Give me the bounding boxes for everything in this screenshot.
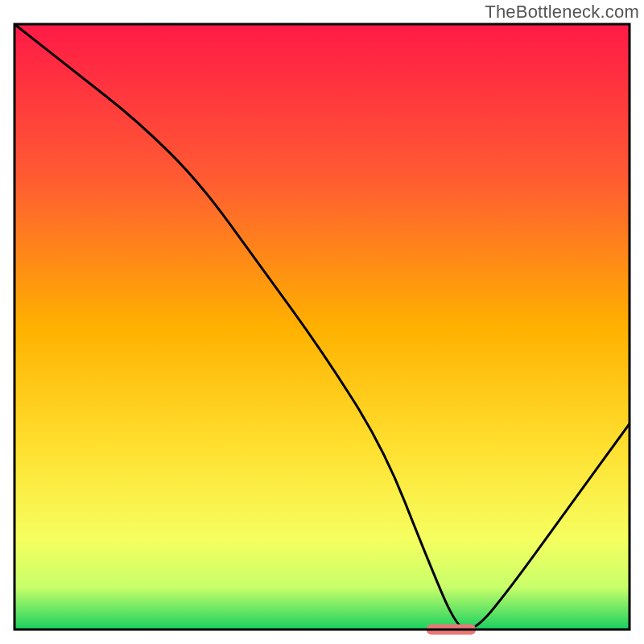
plot-background bbox=[14, 24, 630, 630]
chart-canvas bbox=[0, 0, 644, 644]
watermark-text: TheBottleneck.com bbox=[485, 2, 639, 23]
bottleneck-chart: TheBottleneck.com bbox=[0, 0, 644, 644]
